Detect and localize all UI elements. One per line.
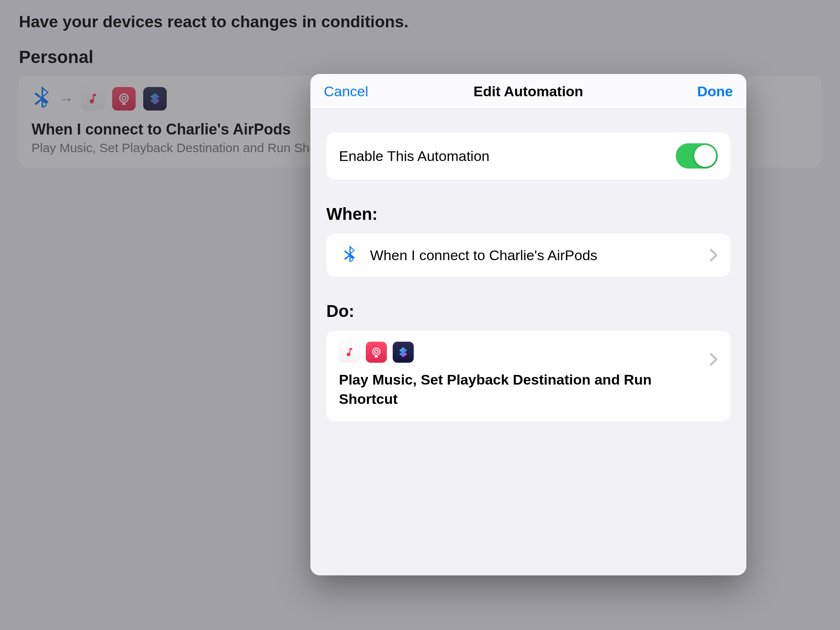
modal-header: Cancel Edit Automation Done <box>310 74 746 109</box>
svg-point-2 <box>375 350 378 353</box>
enable-automation-card: Enable This Automation <box>326 132 730 179</box>
chevron-right-icon <box>709 353 718 366</box>
toggle-knob <box>694 145 716 167</box>
when-row[interactable]: When I connect to Charlie's AirPods <box>326 234 730 277</box>
cancel-button[interactable]: Cancel <box>324 83 368 100</box>
chevron-right-icon <box>709 248 718 262</box>
do-row[interactable]: Play Music, Set Playback Destination and… <box>326 331 730 422</box>
airplay-icon <box>366 342 387 363</box>
enable-automation-toggle[interactable] <box>676 143 718 169</box>
when-heading: When: <box>326 205 730 224</box>
done-button[interactable]: Done <box>697 83 733 100</box>
modal-body: Enable This Automation When: When I conn… <box>310 109 746 575</box>
do-card: Play Music, Set Playback Destination and… <box>326 331 730 422</box>
enable-automation-row: Enable This Automation <box>326 132 730 179</box>
enable-automation-label: Enable This Automation <box>339 148 666 164</box>
modal-title: Edit Automation <box>310 83 746 100</box>
edit-automation-modal: Cancel Edit Automation Done Enable This … <box>310 74 746 575</box>
bluetooth-icon <box>339 245 360 266</box>
when-card: When I connect to Charlie's AirPods <box>326 234 730 277</box>
do-icons <box>339 342 701 363</box>
do-heading: Do: <box>326 302 730 321</box>
music-icon <box>339 342 360 363</box>
when-text: When I connect to Charlie's AirPods <box>370 247 699 264</box>
shortcuts-icon <box>393 342 414 363</box>
svg-point-3 <box>373 348 380 356</box>
do-text: Play Music, Set Playback Destination and… <box>339 370 701 409</box>
